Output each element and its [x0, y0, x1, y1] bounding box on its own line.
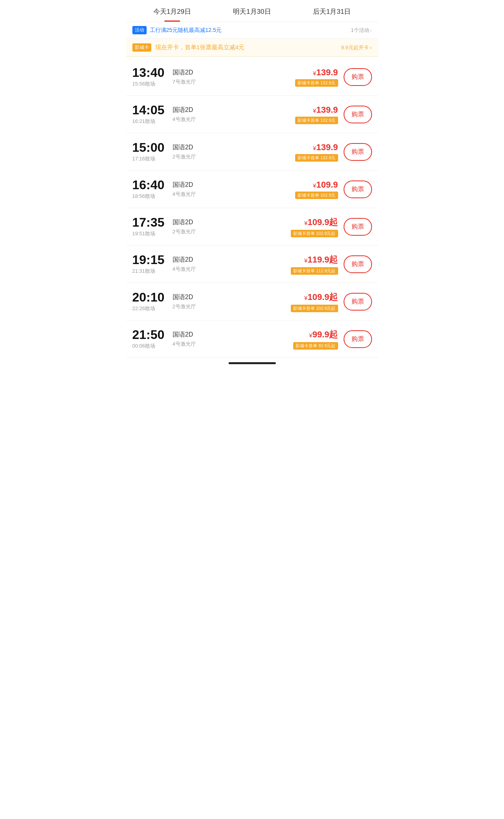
activity-text: 工行满25元随机最高减12.5元	[150, 27, 351, 34]
lang-format: 国语2D	[173, 106, 290, 114]
buy-button[interactable]: 购票	[344, 181, 372, 198]
showtime-item: 14:05 16:21散场 国语2D 4号激光厅 ¥139.9 影城卡首单 13…	[126, 96, 378, 133]
lang-format: 国语2D	[173, 181, 290, 189]
hall-name: 2号激光厅	[173, 153, 290, 160]
price-main: ¥139.9	[295, 67, 338, 78]
buy-button[interactable]: 购票	[344, 330, 372, 348]
end-time: 15:56散场	[132, 80, 168, 87]
showtime-item: 19:15 21:31散场 国语2D 4号激光厅 ¥119.9起 影城卡首单 1…	[126, 246, 378, 283]
price-block: ¥139.9 影城卡首单 132.9元	[295, 105, 338, 124]
end-time: 00:06散场	[132, 342, 168, 350]
start-time: 13:40	[132, 66, 168, 79]
showtime-item: 15:00 17:16散场 国语2D 2号激光厅 ¥139.9 影城卡首单 13…	[126, 133, 378, 171]
time-block: 16:40 18:56散场	[132, 179, 168, 200]
price-block: ¥139.9 影城卡首单 132.9元	[295, 67, 338, 87]
hall-name: 2号激光厅	[173, 228, 286, 235]
card-action: 9.9元起开卡 ›	[341, 44, 372, 51]
hall-block: 国语2D 2号激光厅	[168, 143, 295, 160]
start-time: 15:00	[132, 141, 168, 154]
date-tabs: 今天1月29日 明天1月30日 后天1月31日	[126, 0, 378, 22]
hall-name: 4号激光厅	[173, 266, 286, 273]
hall-name: 2号激光厅	[173, 303, 286, 310]
lang-format: 国语2D	[173, 256, 286, 264]
lang-format: 国语2D	[173, 218, 286, 227]
end-time: 18:56散场	[132, 193, 168, 200]
price-block: ¥119.9起 影城卡首单 112.9元起	[291, 254, 338, 275]
card-banner[interactable]: 影城卡 现在开卡，首单1张票最高立减4元 9.9元起开卡 ›	[126, 39, 378, 57]
price-block: ¥109.9起 影城卡首单 102.9元起	[291, 216, 338, 237]
buy-button[interactable]: 购票	[344, 68, 372, 86]
hall-name: 4号激光厅	[173, 116, 290, 123]
end-time: 16:21散场	[132, 118, 168, 125]
activity-banner[interactable]: 活动 工行满25元随机最高减12.5元 1个活动 ›	[126, 22, 378, 39]
tab-tomorrow[interactable]: 明天1月30日	[212, 0, 292, 22]
showtime-item: 20:10 22:26散场 国语2D 2号激光厅 ¥109.9起 影城卡首单 1…	[126, 283, 378, 320]
lang-format: 国语2D	[173, 143, 290, 152]
price-card: 影城卡首单 102.9元	[295, 192, 338, 199]
hall-block: 国语2D 4号激光厅	[168, 256, 291, 273]
time-block: 19:15 21:31散场	[132, 253, 168, 275]
showtime-item: 16:40 18:56散场 国语2D 4号激光厅 ¥109.9 影城卡首单 10…	[126, 171, 378, 208]
time-block: 15:00 17:16散场	[132, 141, 168, 162]
price-main: ¥119.9起	[291, 254, 338, 266]
hall-name: 4号激光厅	[173, 191, 290, 198]
price-main: ¥109.9	[295, 180, 338, 190]
price-main: ¥99.9起	[293, 329, 338, 341]
buy-button[interactable]: 购票	[344, 255, 372, 273]
showtime-list: 13:40 15:56散场 国语2D 7号激光厅 ¥139.9 影城卡首单 13…	[126, 58, 378, 358]
activity-count: 1个活动	[351, 27, 369, 34]
card-tag: 影城卡	[132, 43, 151, 52]
end-time: 21:31散场	[132, 268, 168, 275]
price-card: 影城卡首单 92.9元起	[293, 342, 338, 350]
showtime-item: 13:40 15:56散场 国语2D 7号激光厅 ¥139.9 影城卡首单 13…	[126, 58, 378, 96]
start-time: 16:40	[132, 179, 168, 191]
time-block: 17:35 19:51散场	[132, 216, 168, 237]
price-card: 影城卡首单 132.9元	[295, 117, 338, 124]
hall-block: 国语2D 2号激光厅	[168, 293, 291, 310]
hall-block: 国语2D 7号激光厅	[168, 69, 295, 86]
tab-today[interactable]: 今天1月29日	[132, 0, 212, 22]
time-block: 13:40 15:56散场	[132, 66, 168, 87]
hall-name: 4号激光厅	[173, 341, 289, 348]
hall-block: 国语2D 2号激光厅	[168, 218, 291, 235]
activity-tag: 活动	[132, 26, 147, 34]
start-time: 21:50	[132, 328, 168, 341]
hall-block: 国语2D 4号激光厅	[168, 106, 295, 123]
tab-day-after[interactable]: 后天1月31日	[292, 0, 372, 22]
price-card: 影城卡首单 132.9元	[295, 79, 338, 87]
price-block: ¥109.9 影城卡首单 102.9元	[295, 180, 338, 199]
buy-button[interactable]: 购票	[344, 218, 372, 236]
end-time: 19:51散场	[132, 230, 168, 237]
card-text: 现在开卡，首单1张票最高立减4元	[155, 44, 341, 51]
lang-format: 国语2D	[173, 293, 286, 302]
buy-button[interactable]: 购票	[344, 293, 372, 311]
showtime-item: 21:50 00:06散场 国语2D 4号激光厅 ¥99.9起 影城卡首单 92…	[126, 320, 378, 358]
showtime-item: 17:35 19:51散场 国语2D 2号激光厅 ¥109.9起 影城卡首单 1…	[126, 208, 378, 246]
start-time: 20:10	[132, 291, 168, 303]
activity-arrow: ›	[370, 27, 372, 34]
start-time: 14:05	[132, 104, 168, 116]
time-block: 21:50 00:06散场	[132, 328, 168, 350]
price-main: ¥139.9	[295, 142, 338, 153]
start-time: 19:15	[132, 253, 168, 266]
start-time: 17:35	[132, 216, 168, 229]
price-main: ¥109.9起	[291, 216, 338, 228]
price-block: ¥99.9起 影城卡首单 92.9元起	[293, 329, 338, 350]
price-main: ¥139.9	[295, 105, 338, 115]
bottom-bar	[126, 358, 378, 371]
price-block: ¥109.9起 影城卡首单 102.9元起	[291, 291, 338, 312]
end-time: 17:16散场	[132, 155, 168, 162]
buy-button[interactable]: 购票	[344, 106, 372, 123]
price-card: 影城卡首单 102.9元起	[291, 230, 338, 237]
hall-block: 国语2D 4号激光厅	[168, 331, 294, 348]
price-main: ¥109.9起	[291, 291, 338, 303]
time-block: 14:05 16:21散场	[132, 104, 168, 125]
buy-button[interactable]: 购票	[344, 143, 372, 161]
time-block: 20:10 22:26散场	[132, 291, 168, 312]
price-card: 影城卡首单 112.9元起	[291, 267, 338, 275]
end-time: 22:26散场	[132, 305, 168, 312]
lang-format: 国语2D	[173, 331, 289, 339]
price-card: 影城卡首单 102.9元起	[291, 305, 338, 312]
price-card: 影城卡首单 132.9元	[295, 154, 338, 162]
price-block: ¥139.9 影城卡首单 132.9元	[295, 142, 338, 162]
